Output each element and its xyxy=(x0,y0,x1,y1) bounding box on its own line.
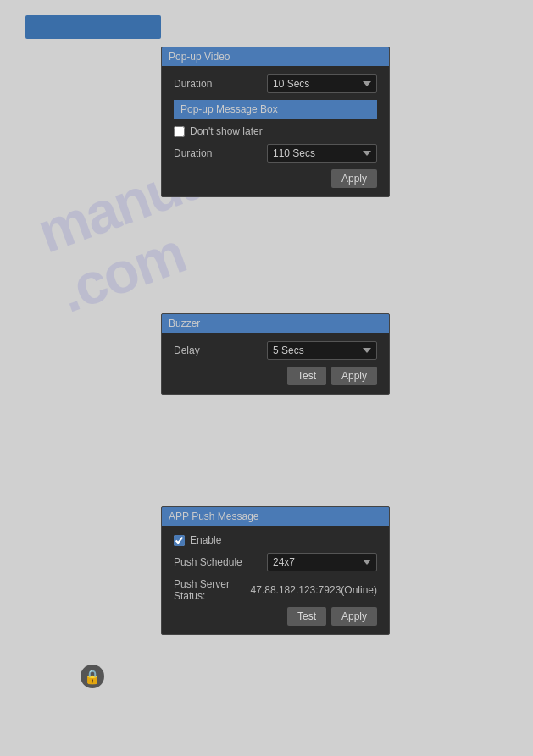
buzzer-apply-button[interactable]: Apply xyxy=(331,367,377,385)
popup-video-duration-row: Duration 5 Secs 10 Secs 15 Secs 20 Secs … xyxy=(174,74,377,93)
dont-show-later-checkbox[interactable] xyxy=(174,126,185,137)
lock-symbol: 🔒 xyxy=(84,669,101,685)
app-push-title: APP Push Message xyxy=(162,507,389,526)
app-push-apply-button[interactable]: Apply xyxy=(331,607,377,626)
push-schedule-select[interactable]: 24x7 Custom xyxy=(267,553,377,571)
popup-apply-button[interactable]: Apply xyxy=(331,169,377,188)
app-push-panel: APP Push Message Enable Push Schedule 24… xyxy=(161,506,390,635)
enable-label[interactable]: Enable xyxy=(190,534,221,546)
push-schedule-row: Push Schedule 24x7 Custom xyxy=(174,553,377,571)
buzzer-panel: Buzzer Delay 5 Secs 10 Secs 15 Secs Test… xyxy=(161,313,390,395)
popup-video-duration-select[interactable]: 5 Secs 10 Secs 15 Secs 20 Secs 30 Secs xyxy=(267,74,377,93)
popup-video-title: Pop-up Video xyxy=(162,47,389,66)
popup-video-panel: Pop-up Video Duration 5 Secs 10 Secs 15 … xyxy=(161,47,390,197)
push-server-value: 47.88.182.123:7923(Online) xyxy=(251,584,377,596)
app-push-btn-row: Test Apply xyxy=(174,607,377,626)
popup-message-title: Pop-up Message Box xyxy=(174,100,377,119)
push-server-row: Push Server Status: 47.88.182.123:7923(O… xyxy=(174,578,377,602)
popup-msg-duration-row: Duration 10 Secs 110 Secs 30 Secs xyxy=(174,144,377,163)
app-push-test-button[interactable]: Test xyxy=(287,607,326,626)
buzzer-delay-row: Delay 5 Secs 10 Secs 15 Secs xyxy=(174,341,377,360)
buzzer-btn-row: Test Apply xyxy=(174,367,377,385)
push-server-label: Push Server Status: xyxy=(174,578,246,602)
enable-row: Enable xyxy=(174,534,377,546)
top-bar xyxy=(25,15,161,39)
enable-checkbox[interactable] xyxy=(174,535,185,546)
push-schedule-label: Push Schedule xyxy=(174,556,267,568)
popup-video-duration-label: Duration xyxy=(174,78,267,90)
popup-msg-duration-label: Duration xyxy=(174,147,267,159)
buzzer-test-button[interactable]: Test xyxy=(287,367,326,385)
buzzer-delay-select[interactable]: 5 Secs 10 Secs 15 Secs xyxy=(267,341,377,360)
buzzer-title: Buzzer xyxy=(162,314,389,333)
dont-show-later-label[interactable]: Don't show later xyxy=(190,125,263,137)
buzzer-delay-label: Delay xyxy=(174,345,267,356)
bottom-lock-icon: 🔒 xyxy=(81,665,104,688)
popup-msg-duration-select[interactable]: 10 Secs 110 Secs 30 Secs xyxy=(267,144,377,163)
dont-show-later-row: Don't show later xyxy=(174,125,377,137)
popup-apply-row: Apply xyxy=(174,169,377,188)
